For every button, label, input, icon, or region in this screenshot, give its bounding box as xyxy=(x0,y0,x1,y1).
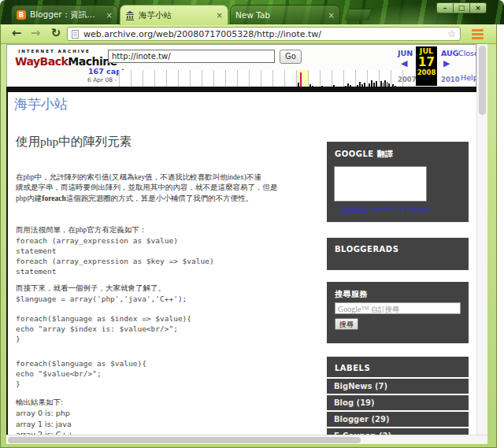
code-line: } xyxy=(16,379,146,389)
timeline-cell[interactable] xyxy=(237,70,249,87)
timeline-cell[interactable] xyxy=(249,70,261,87)
blogger-favicon-icon: B xyxy=(17,10,26,20)
powered-by-text: powered by Google xyxy=(368,205,431,213)
vertical-scrollbar[interactable] xyxy=(476,44,487,435)
code-block-values: foreach($language as $value){ echo "$val… xyxy=(16,358,146,389)
timeline-cell[interactable] xyxy=(272,70,284,87)
back-icon[interactable]: ← xyxy=(7,25,26,42)
paragraph-line: 在php中，允許陣列的索引值(又稱為key值，不過我比較喜歡叫他index)不連 xyxy=(16,172,278,183)
next-month-link[interactable]: AUG xyxy=(441,49,459,57)
tab-close-icon[interactable]: × xyxy=(106,11,113,20)
search-button[interactable]: 搜尋 xyxy=(335,318,358,330)
page-top-divider xyxy=(6,87,476,92)
article-title: 使用php中的陣列元素 xyxy=(16,134,132,150)
wayback-toolbar: INTERNET ARCHIVE WayBackMachine Go 167 c… xyxy=(6,44,476,87)
logo-red-part: WayBack xyxy=(15,55,68,68)
tab-label: 海芋小站 xyxy=(139,10,213,21)
page-viewport: INTERNET ARCHIVE WayBackMachine Go 167 c… xyxy=(6,44,487,435)
article: 使用php中的陣列元素 在php中，允許陣列的索引值(又稱為key值，不過我比較… xyxy=(16,92,324,435)
gadgets-link-text[interactable]: Gadgets xyxy=(341,205,367,213)
close-button[interactable]: × xyxy=(469,2,487,13)
timeline-cell[interactable] xyxy=(225,70,237,87)
timeline-cell[interactable] xyxy=(367,70,379,87)
code-line: $language = array('php','java','C++'); xyxy=(16,294,187,304)
timeline-cell[interactable] xyxy=(131,70,143,87)
tab-blogger[interactable]: B Blogger：資訊小子的家 - × xyxy=(11,5,118,24)
timeline-cell[interactable] xyxy=(202,70,213,87)
address-bar[interactable]: web.archive.org/web/20080717005328/http:… xyxy=(67,27,461,41)
labels-list: BigNews (7)Blog (19)Blogger (29)E-Coupon… xyxy=(327,379,469,435)
prev-arrow-icon[interactable]: ◀ xyxy=(401,58,407,68)
paragraph-line: 而用法很簡單，在php官方有定義如下： xyxy=(16,225,214,235)
timeline-cell[interactable] xyxy=(284,70,296,87)
timeline-cell[interactable] xyxy=(261,70,272,87)
wayback-close-link[interactable]: Close xyxy=(458,49,479,57)
label-item-link[interactable]: Blogger (29) xyxy=(327,412,469,427)
next-arrow-icon[interactable]: ▶ xyxy=(443,58,450,68)
tab-close-icon[interactable]: × xyxy=(217,11,223,20)
widget-heading: LABELS xyxy=(327,357,469,372)
browser-window: ← → ↻ web.archive.org/web/20080717005328… xyxy=(0,24,497,448)
vertical-scrollbar-thumb[interactable] xyxy=(479,46,486,115)
current-capture-calendar[interactable]: JUL 17 2008 xyxy=(416,46,437,86)
minimize-button[interactable]: – xyxy=(436,2,454,13)
timeline-cell[interactable] xyxy=(213,70,225,87)
article-paragraph: 在php中，允許陣列的索引值(又稱為key值，不過我比較喜歡叫他index)不連… xyxy=(16,172,278,204)
tab-close-icon[interactable]: × xyxy=(328,11,335,20)
timeline-cell[interactable] xyxy=(178,70,190,87)
timeline-cell[interactable] xyxy=(119,70,131,87)
example-block: 而接下來，就看一個例子，大家就會了解了。 $language = array('… xyxy=(16,283,187,304)
google-translate-widget: GOOGLE 翻譯 Gadgets powered by Google xyxy=(327,142,469,222)
chrome-menu-icon[interactable] xyxy=(467,27,487,42)
reload-icon[interactable]: ↻ xyxy=(46,25,65,42)
screen: – □ × B Blogger：資訊小子的家 - × 海芋小站 × New Ta… xyxy=(0,0,504,448)
label-item-link[interactable]: E-Coupon (2) xyxy=(327,428,469,435)
text-run-bold: foreach xyxy=(42,194,65,202)
code-line: statement xyxy=(16,246,214,256)
next-year-label[interactable]: 2010 xyxy=(441,76,460,83)
code-line: foreach (array_expression as $value) xyxy=(16,235,214,246)
page-icon xyxy=(72,30,79,39)
horizontal-scrollbar[interactable] xyxy=(6,435,487,444)
paragraph-line: 續或是字串，而這時要倒出陣列，並取用其中的內容，就不是這麼容易了，但是 xyxy=(16,183,278,193)
timeline-cell[interactable] xyxy=(320,70,332,87)
paragraph-line: 輸出結果如下: xyxy=(16,398,73,408)
watermark-text: 自訂搜尋 xyxy=(369,305,399,313)
horizontal-scrollbar-thumb[interactable] xyxy=(8,437,361,443)
timeline-cell[interactable] xyxy=(154,70,166,87)
wayback-url-input[interactable] xyxy=(108,50,275,63)
maximize-button[interactable]: □ xyxy=(453,2,470,13)
timeline-cell-selected[interactable] xyxy=(296,70,308,87)
tab-label: Blogger：資訊小子的家 - xyxy=(30,9,102,20)
translate-gadget-frame[interactable] xyxy=(334,166,427,202)
timeline-cell[interactable] xyxy=(143,70,154,87)
custom-search-input[interactable]: Google™ 自訂搜尋 xyxy=(335,302,461,314)
tab-new-tab[interactable]: New Tab × xyxy=(230,5,340,24)
wayback-help-link[interactable]: Help xyxy=(461,73,478,82)
label-item-link[interactable]: BigNews (7) xyxy=(327,379,469,394)
tab-label: New Tab xyxy=(235,10,324,20)
label-item-link[interactable]: Blog (19) xyxy=(327,395,469,410)
wayback-timeline[interactable] xyxy=(119,70,403,87)
prev-year-label[interactable]: 2007 xyxy=(398,76,417,83)
search-watermark: Google™ 自訂搜尋 xyxy=(338,305,399,315)
output-line: array 2 is: C++ xyxy=(16,429,73,435)
new-tab-button[interactable] xyxy=(345,9,372,20)
usage-block: 而用法很簡單，在php官方有定義如下： foreach (array_expre… xyxy=(16,225,214,276)
timeline-cell[interactable] xyxy=(308,70,320,87)
timeline-cell[interactable] xyxy=(355,70,367,87)
gadgets-powered-link[interactable]: Gadgets powered by Google xyxy=(327,205,445,213)
prev-month-link[interactable]: JUN xyxy=(398,49,413,57)
wayback-logo[interactable]: INTERNET ARCHIVE WayBackMachine xyxy=(15,49,94,68)
timeline-cell[interactable] xyxy=(332,70,343,87)
timeline-cell[interactable] xyxy=(166,70,178,87)
timeline-cell[interactable] xyxy=(190,70,202,87)
output-line: array 1 is: java xyxy=(16,419,73,429)
go-button[interactable]: Go xyxy=(280,50,302,64)
timeline-cell[interactable] xyxy=(379,70,391,87)
text-run: 這個跑完迴圈的方式，算是小小補償了我們的不方便性。 xyxy=(66,194,254,202)
bookmark-star-icon[interactable]: ☆ xyxy=(447,28,456,39)
tab-inote-active[interactable]: 海芋小站 × xyxy=(120,5,228,25)
forward-icon[interactable]: → xyxy=(26,25,45,42)
timeline-cell[interactable] xyxy=(343,70,355,87)
